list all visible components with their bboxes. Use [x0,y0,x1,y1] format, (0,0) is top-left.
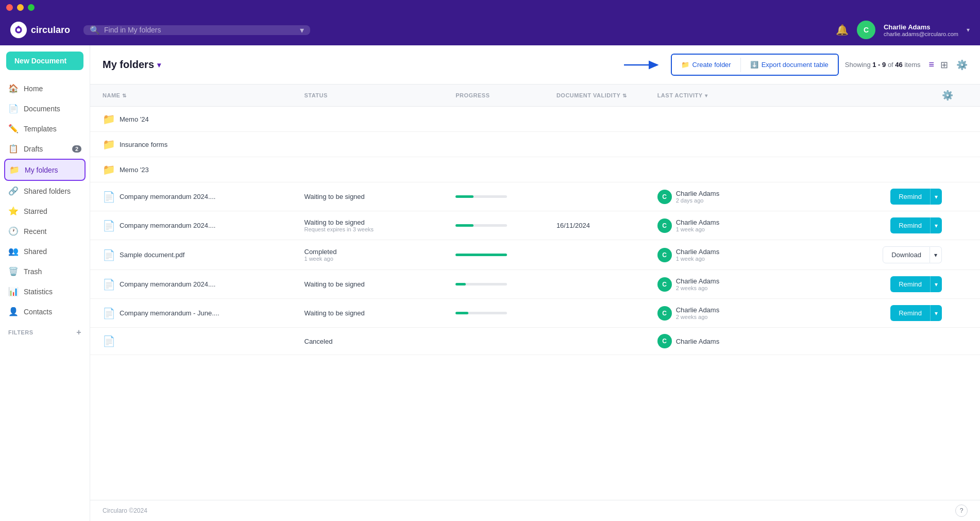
sidebar-item-home[interactable]: 🏠 Home [0,78,90,98]
export-table-button[interactable]: ⬇️ Export document table [743,57,836,73]
list-view-icon[interactable]: ≡ [926,57,936,73]
maximize-btn[interactable] [28,4,35,11]
table-settings-icon[interactable]: ⚙️ [942,90,954,101]
table-row[interactable]: 📁 Insurance forms [90,132,980,157]
table-container: NAME ⇅ STATUS PROGRESS DOCUMENT VALIDITY… [90,85,980,500]
th-action [839,90,942,101]
table-row[interactable]: 📄 Company memorandum 2024.... Waiting to… [90,182,980,211]
column-settings-icon[interactable]: ⚙️ [956,59,968,71]
sidebar-label-shared-folders: Shared folders [24,187,71,195]
row-progress [455,283,556,285]
th-name-label: NAME [103,92,120,98]
remind-dropdown-button[interactable]: ▾ [930,217,942,233]
minimize-btn[interactable] [17,4,24,11]
remind-dropdown-button[interactable]: ▾ [930,189,942,205]
th-activity[interactable]: LAST ACTIVITY ▾ [657,90,839,101]
sidebar-item-contacts[interactable]: 👤 Contacts [0,301,90,322]
user-dropdown-icon[interactable]: ▾ [967,26,970,33]
table-row[interactable]: 📄 Sample document.pdf Completed 1 week a… [90,240,980,270]
name-sort-icon: ⇅ [122,93,127,98]
row-name: 📄 Company memorandum 2024.... [103,191,305,203]
th-name[interactable]: NAME ⇅ [103,90,305,101]
download-dropdown-button[interactable]: ▾ [930,246,942,263]
new-document-button[interactable]: New Document [6,52,83,70]
table-row[interactable]: 📄 Company memorandum - June.... Waiting … [90,299,980,328]
row-name: 📄 Sample document.pdf [103,249,305,261]
table-row[interactable]: 📄 Company memorandum 2024.... Waiting to… [90,211,980,240]
user-avatar-sm: C [657,334,672,348]
sidebar-item-trash[interactable]: 🗑️ Trash [0,261,90,281]
status-text: Waiting to be signed [305,193,365,200]
doc-icon: 📄 [103,220,115,232]
logo-icon [10,22,27,38]
logo-text: circularo [31,25,70,36]
sidebar-label-recent: Recent [24,227,46,236]
my-folders-icon: 📁 [9,165,20,175]
sidebar-item-documents[interactable]: 📄 Documents [0,98,90,119]
grid-view-icon[interactable]: ⊞ [938,57,950,73]
doc-name-text: Company memorandum - June.... [120,309,219,317]
remind-dropdown-button[interactable]: ▾ [930,276,942,292]
sidebar-item-recent[interactable]: 🕐 Recent [0,221,90,241]
remind-dropdown-button[interactable]: ▾ [930,305,942,321]
th-status: STATUS [305,90,456,101]
sidebar-label-documents: Documents [24,105,60,113]
remind-button[interactable]: Remind [890,276,930,292]
activity-user-name: Charlie Adams [676,219,720,226]
remind-button[interactable]: Remind [890,189,930,205]
row-name: 📁 Memo '23 [103,163,305,176]
sidebar-item-shared-folders[interactable]: 🔗 Shared folders [0,181,90,201]
th-validity[interactable]: DOCUMENT VALIDITY ⇅ [556,90,657,101]
sidebar-item-starred[interactable]: ⭐ Starred [0,201,90,221]
user-name: Charlie Adams [884,23,958,31]
sidebar-item-shared[interactable]: 👥 Shared [0,241,90,261]
remind-button[interactable]: Remind [890,217,930,233]
shared-icon: 👥 [8,246,19,256]
progress-bar [455,195,507,198]
status-text: Waiting to be signed [305,280,365,288]
remind-button[interactable]: Remind [890,305,930,321]
search-bar[interactable]: 🔍 ▾ [83,25,310,35]
sidebar-label-trash: Trash [24,267,42,276]
notification-bell-icon[interactable]: 🔔 [836,24,849,36]
row-status: Waiting to be signed [305,280,456,288]
user-avatar-sm: C [657,248,672,262]
activity-time: 2 weeks ago [676,285,720,291]
page-title-dropdown-icon[interactable]: ▾ [157,61,161,69]
progress-bar [455,254,507,256]
help-button[interactable]: ? [955,505,968,517]
filters-add-icon[interactable]: + [76,328,81,337]
drafts-icon: 📋 [8,144,19,154]
showing-text: Showing 1 - 9 of 46 items [845,61,921,69]
folder-icon: 📁 [103,163,115,176]
user-avatar: C [857,21,875,39]
doc-icon: 📄 [103,278,115,291]
search-input[interactable] [104,26,296,34]
folder-icon: 📁 [103,138,115,150]
sidebar: New Document 🏠 Home 📄 Documents ✏️ Templ… [0,45,90,521]
th-progress: PROGRESS [455,90,556,101]
download-button[interactable]: Download [883,246,930,263]
status-text: Completed [305,248,337,256]
folder-name-text: Memo '24 [120,115,149,123]
table-row[interactable]: 📁 Memo '23 [90,157,980,182]
progress-bar-wrap [455,283,507,285]
progress-bar [455,312,507,314]
table-row[interactable]: 📄 Company memorandum 2024.... Waiting to… [90,270,980,299]
close-btn[interactable] [6,4,13,11]
activity-time: 1 week ago [676,256,720,262]
sidebar-item-my-folders[interactable]: 📁 My folders [4,159,86,181]
app-body: New Document 🏠 Home 📄 Documents ✏️ Templ… [0,45,980,521]
row-name: 📄 Company memorandum 2024.... [103,220,305,232]
validity-date: 16/11/2024 [556,222,590,229]
sidebar-item-templates[interactable]: ✏️ Templates [0,119,90,139]
sidebar-item-drafts[interactable]: 📋 Drafts 2 [0,139,90,159]
th-progress-label: PROGRESS [455,92,489,98]
table-row[interactable]: 📄 Canceled C Charlie Adams [90,328,980,355]
sidebar-item-statistics[interactable]: 📊 Statistics [0,281,90,301]
svg-point-2 [18,26,20,28]
create-folder-button[interactable]: 📁 Create folder [674,57,738,73]
table-row[interactable]: 📁 Memo '24 [90,107,980,132]
filters-label: FILTERS [8,329,33,335]
export-label: Export document table [762,61,829,69]
